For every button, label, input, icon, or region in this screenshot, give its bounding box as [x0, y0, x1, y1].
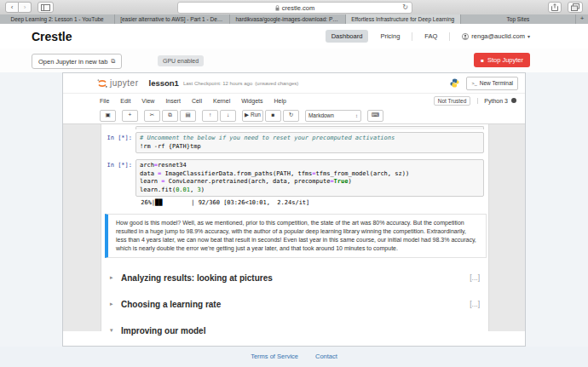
- nav-dashboard[interactable]: Dashboard: [326, 30, 369, 43]
- collapse-arrow-icon[interactable]: ▾: [110, 327, 121, 334]
- crestle-nav: Dashboard Pricing FAQ renga@auclid.com ▾: [326, 30, 530, 43]
- sidebar-icon[interactable]: [37, 2, 54, 13]
- heading-cell[interactable]: ▾Improving our model: [101, 324, 488, 337]
- move-down-icon: ↓: [227, 112, 229, 118]
- forward-button[interactable]: ›: [19, 2, 32, 13]
- notebook-container: In [*]:# Uncomment the below if you need…: [101, 124, 488, 346]
- stop-jupyter-label: Stop Jupyter: [487, 56, 523, 64]
- not-trusted-button[interactable]: Not Trusted: [434, 96, 471, 106]
- new-terminal-label: New Terminal: [480, 80, 513, 86]
- browser-toolbar: ‹ › crestle.com ↻: [0, 0, 588, 15]
- notebook-title[interactable]: lesson1: [149, 78, 179, 88]
- cut-cell-button[interactable]: ✂: [144, 110, 160, 122]
- menu-help[interactable]: Help: [274, 98, 286, 104]
- open-jupyter-label: Open Jupyter in new tab: [38, 58, 107, 66]
- share-icon[interactable]: [548, 2, 562, 13]
- nav-faq[interactable]: FAQ: [424, 32, 437, 40]
- stop-button[interactable]: ■: [265, 110, 281, 122]
- unsaved-status: (unsaved changes): [255, 81, 298, 86]
- cell-type-select[interactable]: Markdown↕: [305, 110, 361, 122]
- menu-kernel[interactable]: Kernel: [213, 98, 230, 104]
- browser-tab[interactable]: [easier alternative to AWS] - Part 1 - D…: [115, 14, 230, 24]
- add-cell-button[interactable]: +: [122, 110, 138, 122]
- markdown-cell-selected[interactable]: How good is this model? Well, as we ment…: [105, 214, 487, 258]
- save-icon: ▣: [105, 112, 110, 118]
- heading-cell[interactable]: ▸Choosing a learning rate[...]: [101, 297, 488, 311]
- run-button[interactable]: ▶Run: [242, 110, 263, 122]
- cell-prompt: In [*]:: [101, 159, 135, 197]
- command-palette-button[interactable]: ⌨: [367, 110, 383, 122]
- collapsed-content-ellipsis[interactable]: [...]: [470, 273, 480, 282]
- url-text: crestle.com: [282, 4, 314, 12]
- kernel-name: Python 3: [484, 98, 508, 104]
- menu-insert[interactable]: Insert: [165, 98, 181, 104]
- jupyter-logo[interactable]: jupyter: [97, 78, 139, 89]
- menu-file[interactable]: File: [100, 98, 109, 104]
- gpu-badge: GPU enabled: [158, 55, 204, 66]
- back-button[interactable]: ‹: [5, 2, 19, 13]
- copy-cell-button[interactable]: ⧉: [162, 110, 178, 122]
- heading-text: Choosing a learning rate: [121, 300, 221, 309]
- cell-input[interactable]: # Uncomment the below if you need to res…: [135, 132, 484, 153]
- jupyter-frame: jupyter lesson1 Last Checkpoint: 12 hour…: [62, 72, 526, 347]
- restart-kernel-button[interactable]: ↻: [283, 110, 299, 122]
- expand-arrow-icon[interactable]: ▸: [110, 301, 121, 307]
- footer-link-contact[interactable]: Contact: [315, 353, 337, 360]
- code-cell: In [*]:# Uncomment the below if you need…: [101, 132, 488, 153]
- chevron-down-icon: ▾: [527, 33, 530, 39]
- checkpoint-status: Last Checkpoint: 12 hours ago: [183, 81, 252, 86]
- cell-prompt: In [*]:: [101, 132, 135, 153]
- menu-view[interactable]: View: [141, 98, 154, 104]
- jupyter-brand-text: jupyter: [110, 78, 139, 88]
- user-email: renga@auclid.com: [471, 32, 525, 40]
- paste-cell-button[interactable]: ▤: [180, 110, 196, 122]
- actions-row: Open Jupyter in new tab ⧉ GPU enabled ■ …: [0, 49, 588, 72]
- stop-jupyter-button[interactable]: ■ Stop Jupyter: [474, 53, 530, 67]
- copy-cell-icon: ⧉: [168, 112, 172, 118]
- content-area: jupyter lesson1 Last Checkpoint: 12 hour…: [0, 72, 588, 347]
- save-button[interactable]: ▣: [100, 110, 116, 122]
- heading-cell[interactable]: ▸Analyzing results: looking at pictures[…: [101, 271, 488, 284]
- refresh-icon[interactable]: ↻: [402, 3, 408, 11]
- nav-separator: [412, 32, 412, 41]
- browser-tab[interactable]: Effortless Infrastructure for Deep Learn…: [346, 14, 461, 24]
- clipped-cell: [135, 126, 484, 129]
- new-tab-button[interactable]: +: [576, 14, 588, 24]
- screen: ‹ › crestle.com ↻ Deep Learning 2: Lesso…: [0, 0, 588, 367]
- crestle-header: Crestle Dashboard Pricing FAQ renga@aucl…: [0, 24, 588, 49]
- python-logo-icon: [450, 78, 459, 88]
- move-down-button[interactable]: ↓: [220, 110, 236, 122]
- browser-tab[interactable]: Top Sites: [461, 14, 576, 24]
- menu-widgets[interactable]: Widgets: [241, 98, 262, 104]
- jupyter-header: jupyter lesson1 Last Checkpoint: 12 hour…: [63, 73, 525, 94]
- menu-edit[interactable]: Edit: [120, 98, 130, 104]
- kernel-indicator: Python 3: [477, 98, 516, 104]
- move-up-button[interactable]: ↑: [202, 110, 218, 122]
- open-jupyter-button[interactable]: Open Jupyter in new tab ⧉: [32, 54, 122, 69]
- crestle-footer: Terms of ServiceContact: [0, 347, 588, 367]
- browser-tab[interactable]: Deep Learning 2: Lesson 1 - YouTube: [0, 14, 115, 24]
- cell-input[interactable]: arch=resnet34data = ImageClassifierData.…: [135, 159, 484, 197]
- user-icon: [462, 33, 469, 40]
- run-label: Run: [251, 112, 261, 118]
- menu-cell[interactable]: Cell: [192, 98, 202, 104]
- heading-text: Analyzing results: looking at pictures: [121, 273, 273, 283]
- user-menu[interactable]: renga@auclid.com ▾: [462, 32, 530, 40]
- browser-tab[interactable]: hardikvasa/google-images-download: Pytho…: [230, 14, 345, 24]
- terminal-icon: >_: [471, 81, 476, 86]
- tabs-overview-icon[interactable]: [568, 2, 583, 13]
- new-terminal-button[interactable]: >_ New Terminal: [466, 77, 518, 90]
- url-field[interactable]: crestle.com ↻: [177, 2, 412, 14]
- move-up-icon: ↑: [209, 112, 211, 118]
- cell-type-value: Markdown: [308, 112, 334, 118]
- nav-pricing[interactable]: Pricing: [380, 32, 400, 40]
- stop-icon: ■: [271, 112, 274, 118]
- code-cell: In [*]:arch=resnet34data = ImageClassifi…: [101, 159, 488, 197]
- add-cell-icon: +: [129, 112, 132, 118]
- crestle-logo[interactable]: Crestle: [32, 30, 72, 43]
- cell-output-progress: 26%|██ | 92/360 [03:26<10:01, 2.24s/it]: [137, 199, 488, 207]
- expand-arrow-icon[interactable]: ▸: [110, 274, 121, 281]
- collapsed-content-ellipsis[interactable]: [...]: [470, 300, 480, 308]
- footer-link-terms-of-service[interactable]: Terms of Service: [251, 353, 298, 360]
- jupyter-menubar: FileEditViewInsertCellKernelWidgetsHelp …: [63, 94, 525, 107]
